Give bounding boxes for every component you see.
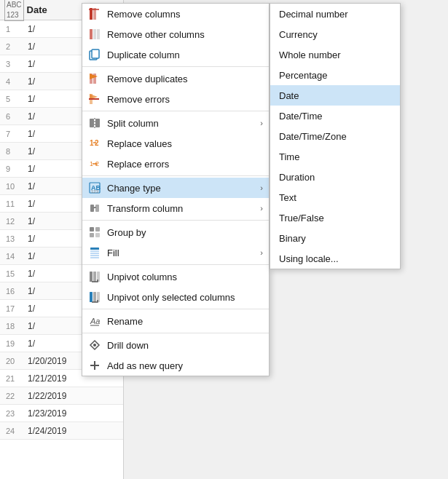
svg-rect-3 — [90, 29, 93, 39]
svg-rect-14 — [90, 119, 94, 127]
fill-icon — [88, 246, 101, 259]
unpivot-icon2 — [88, 290, 101, 304]
svg-rect-5 — [97, 29, 100, 39]
rename-icon: Aa — [88, 314, 101, 328]
group-icon — [88, 226, 101, 239]
menu-item-fill[interactable]: Fill› — [82, 242, 269, 263]
submenu-item-currency[interactable]: Currency — [270, 24, 400, 44]
svg-rect-40 — [90, 292, 93, 302]
svg-rect-36 — [90, 257, 99, 258]
menu-item-replace-errors[interactable]: 12Replace errors — [82, 154, 269, 174]
menu-divider — [82, 309, 269, 309]
submenu-item-datetime[interactable]: Date/Time — [270, 106, 400, 126]
submenu-item-binary[interactable]: Binary — [270, 228, 400, 248]
flag-icon — [88, 72, 101, 85]
svg-rect-38 — [93, 272, 96, 282]
menu-divider — [82, 333, 269, 333]
submenu-arrow-icon: › — [260, 248, 263, 257]
submenu-item-truefalse[interactable]: True/False — [270, 207, 400, 228]
submenu-item-date[interactable]: Date — [270, 85, 400, 106]
svg-rect-7 — [92, 50, 99, 58]
svg-rect-32 — [90, 248, 99, 250]
table-row: 221/22/2019 — [0, 387, 123, 405]
menu-item-duplicate-column[interactable]: Duplicate column — [82, 44, 269, 65]
menu-item-label: Group by — [107, 227, 263, 238]
svg-rect-31 — [95, 233, 100, 237]
menu-item-label: Unpivot columns — [107, 272, 263, 282]
svg-rect-30 — [90, 233, 94, 237]
svg-rect-15 — [95, 119, 100, 127]
menu-item-label: Remove duplicates — [107, 74, 263, 84]
menu-item-unpivot-columns[interactable]: Unpivot columns — [82, 266, 269, 287]
menu-item-drill-down[interactable]: Drill down — [82, 335, 269, 355]
svg-rect-37 — [90, 272, 93, 282]
menu-item-label: Remove other columns — [107, 29, 263, 40]
unpivot-icon — [88, 270, 101, 283]
cols-icon — [88, 28, 101, 41]
menu-item-replace-values[interactable]: 12Replace values — [82, 133, 269, 154]
menu-divider — [82, 220, 269, 221]
menu-items-container: Remove columnsRemove other columnsDuplic… — [82, 4, 269, 376]
flag-icon2 — [88, 92, 101, 106]
svg-text:Aa: Aa — [90, 317, 100, 325]
dup-icon — [88, 48, 101, 61]
menu-divider — [82, 175, 269, 176]
svg-rect-48 — [94, 361, 95, 370]
column-name: Date — [27, 4, 47, 15]
submenu-item-time[interactable]: Time — [270, 146, 400, 167]
drill-icon — [88, 339, 101, 352]
menu-item-split-column[interactable]: Split column› — [82, 113, 269, 133]
svg-rect-4 — [93, 29, 96, 39]
menu-item-rename[interactable]: AaRename — [82, 311, 269, 331]
menu-item-remove-other-columns[interactable]: Remove other columns — [82, 24, 269, 44]
svg-rect-35 — [90, 255, 99, 256]
menu-item-label: Add as new query — [107, 360, 263, 371]
menu-item-group-by[interactable]: Group by — [82, 222, 269, 242]
submenu-item-percentage[interactable]: Percentage — [270, 65, 400, 85]
menu-item-label: Unpivot only selected columns — [107, 292, 263, 303]
add-icon — [88, 359, 101, 372]
menu-item-label: Rename — [107, 316, 263, 327]
table-row: 241/24/2019 — [0, 422, 123, 440]
svg-rect-34 — [90, 253, 99, 254]
menu-item-unpivot-only[interactable]: Unpivot only selected columns — [82, 287, 269, 307]
column-type-badge: ABC123 — [4, 0, 24, 21]
menu-item-label: Change type — [107, 183, 254, 194]
menu-item-remove-errors[interactable]: Remove errors — [82, 89, 269, 109]
submenu-item-datetimezone[interactable]: Date/Time/Zone — [270, 126, 400, 146]
svg-text:123: 123 — [91, 189, 99, 194]
menu-item-label: Replace values — [107, 138, 263, 149]
svg-point-46 — [93, 344, 96, 347]
submenu-arrow-icon: › — [260, 204, 263, 213]
x-icon — [88, 7, 101, 20]
menu-item-label: Remove columns — [107, 9, 263, 20]
menu-item-add-as-new-query[interactable]: Add as new query — [82, 355, 269, 376]
menu-item-remove-columns[interactable]: Remove columns — [82, 4, 269, 24]
menu-item-transform-column[interactable]: Transform column› — [82, 198, 269, 218]
submenu-item-using-locale[interactable]: Using locale... — [270, 248, 400, 269]
menu-divider — [82, 66, 269, 67]
menu-item-label: Duplicate column — [107, 50, 263, 60]
context-menu: Remove columnsRemove other columnsDuplic… — [82, 3, 270, 376]
table-row: 231/23/2019 — [0, 405, 123, 422]
replace-icon2: 12 — [88, 157, 101, 170]
submenu-arrow-icon: › — [260, 183, 263, 192]
menu-item-label: Fill — [107, 248, 254, 258]
submenu-item-decimal-number[interactable]: Decimal number — [270, 4, 400, 24]
submenu-item-text[interactable]: Text — [270, 187, 400, 207]
svg-rect-26 — [90, 205, 94, 212]
menu-item-change-type[interactable]: ABC123Change type› — [82, 178, 269, 198]
submenu-items-container: Decimal numberCurrencyWhole numberPercen… — [270, 4, 400, 269]
transform-icon — [88, 202, 101, 215]
menu-item-label: Drill down — [107, 340, 263, 351]
menu-item-remove-duplicates[interactable]: Remove duplicates — [82, 68, 269, 89]
submenu-arrow-icon: › — [260, 119, 263, 127]
replace-icon: 12 — [88, 137, 101, 150]
svg-rect-33 — [90, 250, 99, 252]
submenu-item-duration[interactable]: Duration — [270, 167, 400, 187]
submenu-item-whole-number[interactable]: Whole number — [270, 44, 400, 65]
change-type-submenu: Decimal numberCurrencyWhole numberPercen… — [270, 3, 401, 269]
svg-rect-27 — [95, 205, 99, 212]
menu-item-label: Replace errors — [107, 159, 263, 170]
svg-rect-28 — [90, 227, 94, 231]
